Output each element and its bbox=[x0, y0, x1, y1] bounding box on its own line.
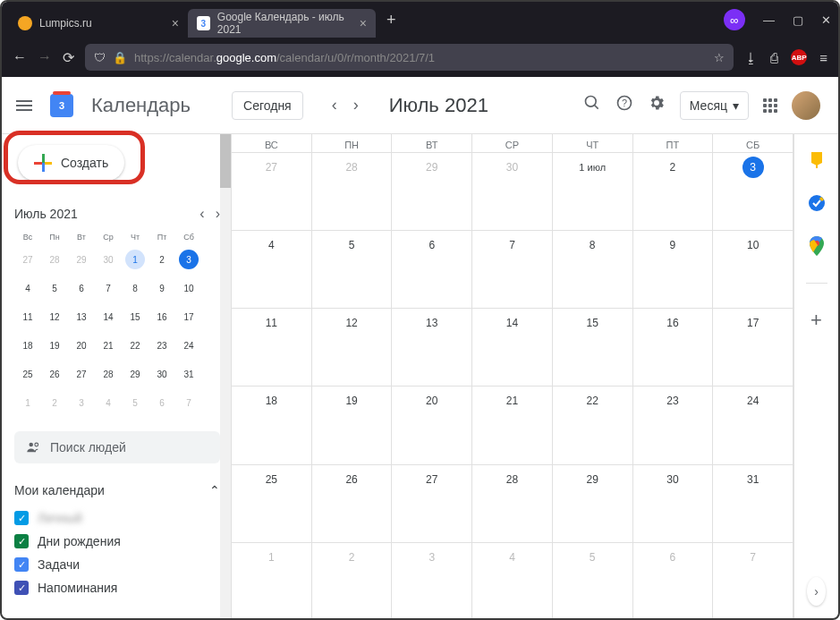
grid-day[interactable]: 6 bbox=[633, 543, 714, 620]
menu-icon[interactable]: ≡ bbox=[819, 50, 827, 65]
shield-icon[interactable]: 🛡 bbox=[94, 51, 106, 64]
grid-day[interactable]: 17 bbox=[713, 309, 793, 386]
mini-day[interactable]: 8 bbox=[122, 274, 148, 302]
grid-day[interactable]: 14 bbox=[472, 309, 553, 386]
grid-day[interactable]: 5 bbox=[553, 543, 633, 620]
grid-day[interactable]: 11 bbox=[232, 309, 312, 386]
mini-day[interactable]: 4 bbox=[14, 274, 41, 302]
search-icon[interactable] bbox=[583, 94, 601, 116]
mini-day[interactable]: 9 bbox=[148, 274, 175, 302]
mini-day[interactable]: 19 bbox=[41, 331, 68, 360]
keep-icon[interactable] bbox=[807, 150, 827, 170]
grid-day[interactable]: 4 bbox=[472, 543, 553, 620]
account-avatar[interactable] bbox=[792, 91, 820, 120]
grid-day[interactable]: 23 bbox=[633, 386, 714, 463]
mini-day[interactable]: 26 bbox=[41, 360, 68, 388]
grid-day[interactable]: 30 bbox=[472, 153, 553, 230]
mini-day[interactable]: 31 bbox=[175, 360, 202, 388]
mini-day[interactable]: 30 bbox=[95, 245, 122, 274]
create-button[interactable]: Создать bbox=[18, 145, 124, 181]
grid-day[interactable]: 24 bbox=[713, 386, 793, 463]
grid-day[interactable]: 13 bbox=[392, 309, 472, 386]
mini-day[interactable]: 3 bbox=[175, 245, 202, 274]
mini-day[interactable]: 22 bbox=[122, 331, 148, 360]
main-menu-button[interactable] bbox=[16, 98, 32, 114]
mini-day[interactable]: 10 bbox=[175, 274, 202, 302]
grid-day[interactable]: 29 bbox=[392, 153, 472, 230]
tab-close-1[interactable]: × bbox=[172, 16, 179, 30]
grid-day[interactable]: 5 bbox=[312, 231, 393, 308]
calendar-checkbox[interactable]: ✓ bbox=[14, 557, 29, 572]
calendar-item[interactable]: ✓Задачи bbox=[14, 553, 220, 576]
people-search[interactable]: Поиск людей bbox=[14, 431, 220, 463]
grid-day[interactable]: 1 bbox=[232, 543, 312, 620]
grid-day[interactable]: 20 bbox=[392, 386, 472, 463]
mini-day[interactable]: 2 bbox=[41, 388, 68, 417]
grid-day[interactable]: 29 bbox=[553, 465, 633, 542]
grid-day[interactable]: 9 bbox=[633, 231, 714, 308]
mini-day[interactable]: 11 bbox=[14, 302, 41, 331]
grid-day[interactable]: 2 bbox=[633, 153, 714, 230]
grid-day[interactable]: 16 bbox=[633, 309, 714, 386]
grid-day[interactable]: 18 bbox=[232, 386, 312, 463]
window-maximize[interactable]: ▢ bbox=[793, 13, 803, 27]
browser-tab-2[interactable]: 3 Google Календарь - июль 2021 × bbox=[188, 9, 376, 38]
mini-day[interactable]: 27 bbox=[14, 245, 41, 274]
mini-day[interactable]: 21 bbox=[95, 331, 122, 360]
calendar-item[interactable]: ✓Напоминания bbox=[14, 576, 220, 599]
calendar-checkbox[interactable]: ✓ bbox=[14, 581, 29, 595]
grid-day[interactable]: 10 bbox=[713, 231, 793, 308]
grid-day[interactable]: 1 июл bbox=[553, 153, 633, 230]
grid-day[interactable]: 6 bbox=[392, 231, 472, 308]
grid-day[interactable]: 7 bbox=[713, 543, 793, 620]
mini-day[interactable]: 12 bbox=[41, 302, 68, 331]
grid-day[interactable]: 22 bbox=[553, 386, 633, 463]
mini-day[interactable]: 27 bbox=[68, 360, 95, 388]
browser-tab-1[interactable]: Lumpics.ru × bbox=[9, 9, 188, 38]
url-bar[interactable]: 🛡 🔒 https://calendar.google.com/calendar… bbox=[85, 44, 734, 71]
mini-day[interactable]: 15 bbox=[122, 302, 148, 331]
mini-day[interactable]: 1 bbox=[122, 245, 148, 274]
collapse-panel-button[interactable]: › bbox=[807, 577, 826, 606]
grid-day[interactable]: 8 bbox=[553, 231, 633, 308]
calendar-logo[interactable]: 3 bbox=[47, 90, 77, 121]
window-minimize[interactable]: — bbox=[763, 13, 775, 27]
google-apps-icon[interactable] bbox=[763, 98, 777, 113]
mini-day[interactable]: 6 bbox=[68, 274, 95, 302]
mini-day[interactable]: 3 bbox=[68, 388, 95, 417]
mini-day[interactable]: 28 bbox=[41, 245, 68, 274]
mini-day[interactable]: 2 bbox=[148, 245, 175, 274]
grid-day[interactable]: 3 bbox=[713, 153, 793, 230]
nav-reload[interactable]: ⟳ bbox=[63, 49, 74, 66]
mini-day[interactable]: 6 bbox=[148, 388, 175, 417]
my-calendars-header[interactable]: Мои календари ⌃ bbox=[14, 483, 220, 497]
grid-day[interactable]: 25 bbox=[232, 465, 312, 542]
window-close[interactable]: ✕ bbox=[821, 13, 831, 27]
lock-icon[interactable]: 🔒 bbox=[113, 51, 127, 64]
bookmark-icon[interactable]: ☆ bbox=[714, 51, 725, 64]
mini-day[interactable]: 16 bbox=[148, 302, 175, 331]
current-month[interactable]: Июль 2021 bbox=[389, 94, 488, 117]
mini-cal-title[interactable]: Июль 2021 bbox=[14, 207, 78, 221]
grid-day[interactable]: 4 bbox=[232, 231, 312, 308]
tab-close-2[interactable]: × bbox=[360, 16, 367, 30]
help-icon[interactable]: ? bbox=[615, 94, 633, 116]
mini-day[interactable]: 4 bbox=[95, 388, 122, 417]
grid-day[interactable]: 21 bbox=[472, 386, 553, 463]
grid-day[interactable]: 19 bbox=[312, 386, 393, 463]
mini-day[interactable]: 17 bbox=[175, 302, 202, 331]
mini-day[interactable]: 7 bbox=[95, 274, 122, 302]
tasks-icon[interactable] bbox=[807, 193, 827, 213]
sidebar-scrollbar[interactable] bbox=[220, 134, 231, 620]
mini-day[interactable]: 30 bbox=[148, 360, 175, 388]
mini-prev-button[interactable]: ‹ bbox=[199, 206, 204, 222]
vpn-icon[interactable]: ∞ bbox=[724, 9, 745, 30]
grid-day[interactable]: 27 bbox=[392, 465, 472, 542]
mini-day[interactable]: 25 bbox=[14, 360, 41, 388]
grid-day[interactable]: 15 bbox=[553, 309, 633, 386]
add-addon-button[interactable]: + bbox=[807, 310, 827, 330]
settings-icon[interactable] bbox=[648, 94, 666, 116]
mini-day[interactable]: 29 bbox=[122, 360, 148, 388]
grid-day[interactable]: 28 bbox=[472, 465, 553, 542]
maps-icon[interactable] bbox=[807, 236, 827, 256]
